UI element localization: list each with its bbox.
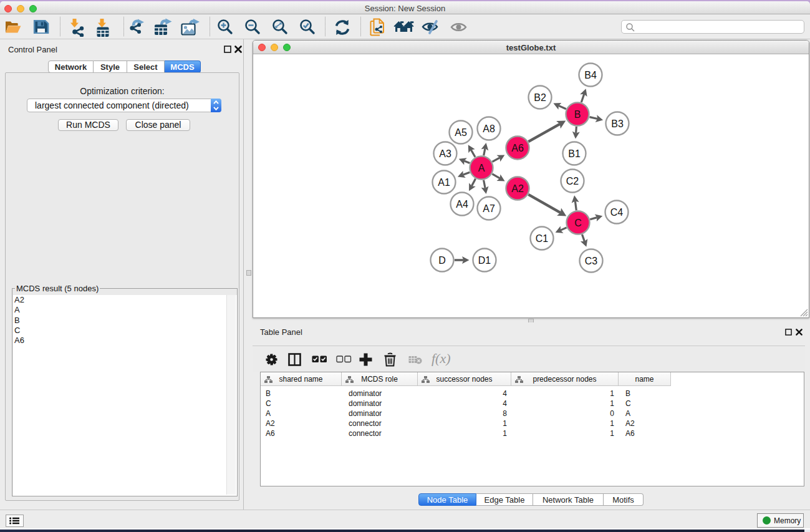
svg-text:B3: B3	[611, 118, 624, 129]
svg-text:A4: A4	[456, 199, 468, 210]
svg-text:C: C	[574, 218, 582, 228]
svg-text:C4: C4	[610, 207, 624, 218]
svg-text:D: D	[438, 255, 446, 266]
svg-text:C1: C1	[536, 233, 549, 244]
svg-text:A6: A6	[511, 143, 524, 153]
svg-text:B2: B2	[534, 92, 546, 103]
svg-text:A8: A8	[483, 123, 495, 134]
svg-text:A7: A7	[483, 203, 495, 214]
svg-text:C2: C2	[566, 176, 579, 186]
svg-text:B4: B4	[584, 70, 597, 80]
svg-text:B1: B1	[568, 148, 581, 159]
svg-text:B: B	[574, 109, 581, 120]
svg-text:A5: A5	[455, 127, 467, 138]
svg-text:A2: A2	[511, 183, 524, 194]
svg-text:C3: C3	[585, 256, 598, 266]
svg-text:A1: A1	[438, 177, 450, 188]
svg-text:D1: D1	[478, 255, 491, 266]
svg-text:A: A	[478, 163, 485, 173]
svg-text:A3: A3	[439, 148, 451, 159]
